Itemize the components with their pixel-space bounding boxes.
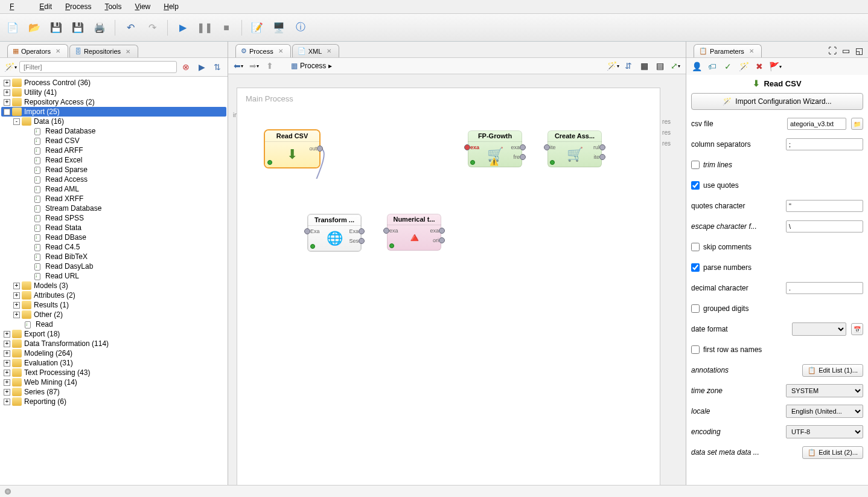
- tree-toggle[interactable]: +: [4, 80, 10, 86]
- menu-edit[interactable]: Edit: [33, 1, 58, 12]
- operator-tree[interactable]: +Process Control (36)+Utility (41)+Repos…: [0, 77, 228, 485]
- tree-item[interactable]: Read Sparse: [1, 165, 226, 175]
- tree-folder[interactable]: +Models (3): [1, 281, 226, 290]
- tree-item[interactable]: Read CSV: [1, 136, 226, 146]
- sort-button[interactable]: ⇅: [211, 60, 224, 74]
- op-transform[interactable]: Transform ... 🌐 Exa Exa Ses: [307, 214, 362, 252]
- tree-toggle[interactable]: +: [13, 302, 20, 309]
- tree-item[interactable]: Stream Database: [1, 204, 226, 213]
- tree-toggle[interactable]: -: [4, 109, 10, 115]
- tree-folder[interactable]: +Other (2): [1, 310, 226, 319]
- open-button[interactable]: 📂: [25, 19, 43, 37]
- tree-toggle[interactable]: +: [4, 399, 10, 405]
- tree-toggle[interactable]: +: [4, 89, 10, 96]
- tree-item[interactable]: Read URL: [1, 271, 226, 281]
- encoding-select[interactable]: UTF-8: [786, 425, 863, 438]
- detach-button[interactable]: ◱: [852, 44, 866, 57]
- grid-button[interactable]: ▦: [637, 59, 651, 72]
- tree-item[interactable]: Read C4.5: [1, 242, 226, 252]
- expand-button[interactable]: ⛶: [826, 44, 839, 57]
- op-create-association[interactable]: Create Ass... 🛒 ite rul ite: [547, 130, 602, 167]
- dateformat-help-button[interactable]: 📅: [851, 323, 863, 335]
- layout-button[interactable]: ▤: [653, 59, 666, 72]
- stop-button[interactable]: ■: [217, 19, 235, 37]
- tree-toggle[interactable]: +: [4, 350, 10, 357]
- output-port[interactable]: [439, 228, 445, 234]
- output-port[interactable]: [599, 154, 605, 160]
- param-action2-button[interactable]: ✓: [721, 60, 735, 73]
- grouped-checkbox[interactable]: [691, 304, 700, 313]
- nav-forward-button[interactable]: ➡▾: [247, 59, 261, 72]
- param-flag-button[interactable]: 🚩▾: [768, 60, 782, 73]
- tree-item[interactable]: Read Stata: [1, 223, 226, 232]
- tree-item[interactable]: Read Access: [1, 175, 226, 184]
- output-port[interactable]: [439, 237, 445, 243]
- close-icon[interactable]: ✕: [327, 48, 331, 54]
- tree-toggle[interactable]: +: [4, 379, 10, 386]
- print-button[interactable]: 🖨️: [91, 19, 109, 37]
- menu-process[interactable]: Process: [59, 1, 97, 12]
- tab-repositories[interactable]: 🗄 Repositories ✕: [69, 45, 138, 57]
- output-port[interactable]: [599, 144, 605, 150]
- tab-xml[interactable]: 📄 XML ✕: [292, 44, 340, 57]
- escape-input[interactable]: [786, 220, 863, 232]
- tree-toggle[interactable]: +: [4, 341, 10, 347]
- timezone-select[interactable]: SYSTEM: [786, 384, 863, 397]
- param-action3-button[interactable]: 🪄: [737, 60, 750, 73]
- firstrow-checkbox[interactable]: [691, 345, 700, 354]
- tree-folder[interactable]: +Text Processing (43): [1, 368, 226, 377]
- tree-toggle[interactable]: +: [4, 99, 10, 106]
- process-canvas[interactable]: Main Process res res res Read CSV: [237, 88, 660, 485]
- filter-menu-button[interactable]: 🪄▾: [4, 60, 17, 74]
- close-icon[interactable]: ✕: [56, 48, 60, 54]
- autowire-button[interactable]: ⇵: [622, 59, 635, 72]
- tree-folder[interactable]: +Evaluation (31): [1, 358, 226, 368]
- usequotes-checkbox[interactable]: [691, 181, 700, 190]
- presentation-button[interactable]: 🖥️: [270, 19, 288, 37]
- tree-item[interactable]: Read ARFF: [1, 146, 226, 155]
- tree-folder[interactable]: +Process Control (36): [1, 78, 226, 88]
- import-wizard-button[interactable]: 🪄 Import Configuration Wizard...: [691, 93, 863, 110]
- skipcomments-checkbox[interactable]: [691, 243, 700, 251]
- tree-toggle[interactable]: +: [4, 389, 10, 396]
- param-user-button[interactable]: 👤: [690, 60, 703, 73]
- tab-operators[interactable]: ▦ Operators ✕: [7, 44, 68, 57]
- tab-process[interactable]: ⚙ Process ✕: [235, 44, 291, 57]
- tree-folder[interactable]: +Web Mining (14): [1, 377, 226, 387]
- view-config-button[interactable]: 🪄▾: [606, 59, 619, 72]
- output-port[interactable]: [317, 146, 323, 152]
- param-delete-button[interactable]: ✖: [753, 60, 766, 73]
- tree-toggle[interactable]: +: [4, 331, 10, 338]
- menu-view[interactable]: View: [129, 1, 156, 12]
- browse-file-button[interactable]: 📁: [851, 118, 863, 130]
- tree-toggle[interactable]: +: [13, 292, 20, 299]
- op-fp-growth[interactable]: FP-Growth 🛒 exa exa fre ⚠️: [468, 130, 522, 167]
- metadata-editlist-button[interactable]: 📋Edit List (2)...: [802, 446, 863, 459]
- tree-folder[interactable]: +Results (1): [1, 300, 226, 310]
- save-button[interactable]: 💾: [47, 19, 65, 37]
- tree-folder[interactable]: +Repository Access (2): [1, 97, 226, 107]
- clear-filter-button[interactable]: ⊗: [179, 60, 193, 74]
- input-port[interactable]: [464, 144, 470, 150]
- close-icon[interactable]: ✕: [278, 48, 283, 54]
- tree-folder[interactable]: +Utility (41): [1, 88, 226, 97]
- tree-item[interactable]: Read AML: [1, 184, 226, 194]
- tree-toggle[interactable]: +: [13, 283, 20, 289]
- notes-button[interactable]: 📝: [248, 19, 266, 37]
- tree-folder[interactable]: +Series (87): [1, 387, 226, 397]
- quotechar-input[interactable]: [786, 200, 863, 212]
- tree-folder[interactable]: -Data (16): [1, 117, 226, 126]
- csvfile-input[interactable]: [787, 118, 846, 130]
- tree-item[interactable]: Read Excel: [1, 155, 226, 165]
- op-read-csv[interactable]: Read CSV ⬇ out: [265, 130, 319, 167]
- close-icon[interactable]: ✕: [126, 48, 130, 55]
- undo-button[interactable]: ↶: [121, 19, 139, 37]
- tree-item[interactable]: Read: [1, 319, 226, 329]
- annotations-editlist-button[interactable]: 📋Edit List (1)...: [802, 364, 863, 377]
- tree-item[interactable]: Read DBase: [1, 232, 226, 242]
- parsenumbers-checkbox[interactable]: [691, 263, 700, 272]
- tree-toggle[interactable]: -: [13, 118, 20, 125]
- tree-item[interactable]: Read DasyLab: [1, 261, 226, 271]
- filter-input[interactable]: [19, 61, 177, 73]
- nav-up-button[interactable]: ⬆: [263, 59, 276, 72]
